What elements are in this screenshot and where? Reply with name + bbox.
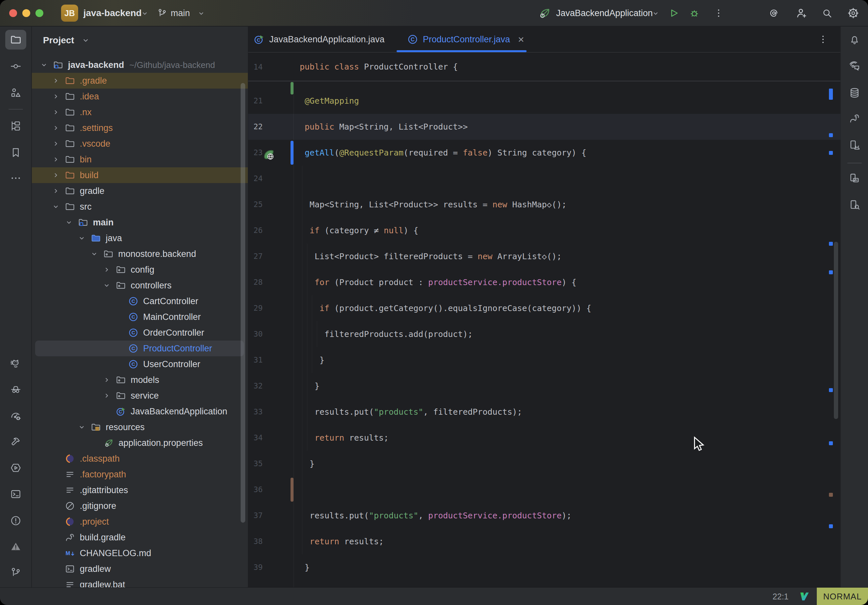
tool-stripe-git-branch-button[interactable] [5, 563, 26, 582]
tree-item--gradle[interactable]: .gradle [32, 73, 248, 88]
tool-stripe-terminal-button[interactable] [5, 484, 26, 504]
run-configuration-selector[interactable]: JavaBackendApplication [556, 0, 653, 26]
code-line-29[interactable]: 29if (product.getCategory().equalsIgnore… [248, 295, 840, 321]
code-line-26[interactable]: 26if (category ≠ null) { [248, 218, 840, 243]
tool-stripe-more-ellipsis-button[interactable] [5, 168, 26, 188]
tree-item-changelog-md[interactable]: MCHANGELOG.md [32, 545, 248, 561]
tree-item-main[interactable]: main [32, 215, 248, 230]
tree-item-java[interactable]: java [32, 230, 248, 246]
tool-stripe-incognito-button[interactable] [5, 379, 26, 399]
code-line-34[interactable]: 34return results; [248, 425, 840, 451]
tool-stripe-commit-button[interactable] [5, 56, 26, 76]
code-line-21[interactable]: 21@GetMapping [248, 88, 840, 114]
tree-item-application-properties[interactable]: application.properties [32, 435, 248, 451]
run-button[interactable] [668, 8, 680, 19]
tree-item--settings[interactable]: .settings [32, 120, 248, 136]
tree-item--nx[interactable]: .nx [32, 104, 248, 120]
chevron-right-icon[interactable] [102, 376, 111, 384]
code-line-39[interactable]: 39} [248, 554, 840, 580]
chevron-right-icon[interactable] [51, 76, 60, 85]
code-line-36[interactable]: 36 [248, 477, 840, 503]
chevron-right-icon[interactable] [102, 265, 111, 274]
window-close-button[interactable] [9, 9, 17, 17]
tree-item-gradlew[interactable]: gradlew [32, 561, 248, 577]
chevron-down-icon[interactable] [65, 218, 73, 227]
tab-javabackendapplication[interactable]: C JavaBackendApplication.java [253, 26, 384, 52]
code-line-25[interactable]: 25Map<String, List<Product>> results = n… [248, 192, 840, 218]
tool-stripe-profiler-button[interactable] [5, 406, 26, 426]
project-selector[interactable]: java-backend [84, 0, 141, 26]
tree-item-gradle[interactable]: gradle [32, 183, 248, 199]
code-line-37[interactable]: 37results.put("products", productService… [248, 503, 840, 529]
window-minimize-button[interactable] [22, 9, 30, 17]
tree-item--idea[interactable]: .idea [32, 88, 248, 104]
tool-stripe-project-folder-button[interactable] [5, 30, 26, 50]
code-with-me-icon[interactable] [795, 7, 808, 19]
tool-stripe-gradle-elephant-button[interactable] [844, 108, 865, 128]
project-avatar[interactable]: JB [61, 5, 78, 22]
tree-item--factorypath[interactable]: .factorypath [32, 467, 248, 482]
tool-stripe-services-button[interactable] [5, 458, 26, 478]
code-line-30[interactable]: 30filteredProducts.add(product); [248, 321, 840, 347]
editor-scrollbar[interactable] [834, 242, 838, 419]
tool-stripe-structure-button[interactable] [5, 83, 26, 103]
tab-productcontroller[interactable]: C ProductController.java × [407, 26, 524, 52]
tool-stripe-build-hammer-button[interactable] [5, 432, 26, 452]
tree-item-config[interactable]: config [32, 262, 248, 278]
tree-item-resources[interactable]: resources [32, 419, 248, 435]
more-actions-button[interactable] [713, 8, 724, 19]
ai-assistant-icon[interactable] [768, 8, 780, 19]
chevron-right-icon[interactable] [51, 155, 60, 164]
settings-gear-icon[interactable] [847, 7, 859, 19]
code-line-32[interactable]: 32} [248, 373, 840, 399]
code-line-27[interactable]: 27List<Product> filteredProducts = new A… [248, 243, 840, 269]
tool-stripe-device-file-search-button[interactable] [844, 195, 865, 215]
tree-item-gradlew-bat[interactable]: gradlew.bat [32, 577, 248, 587]
tool-stripe-ai-cat-button[interactable] [5, 354, 26, 373]
chevron-right-icon[interactable] [51, 171, 60, 179]
tab-options-kebab-icon[interactable] [817, 34, 829, 45]
tab-close-icon[interactable]: × [518, 34, 524, 46]
chevron-down-icon[interactable] [102, 281, 111, 290]
tree-item-controllers[interactable]: controllers [32, 278, 248, 293]
tree-item--gitignore[interactable]: .gitignore [32, 498, 248, 514]
tool-stripe-notifications-bell-button[interactable] [844, 30, 865, 50]
tree-item-javabackendapplication[interactable]: CJavaBackendApplication [32, 404, 248, 419]
debug-button[interactable] [689, 8, 700, 19]
sticky-header-line[interactable]: 14public class ProductController { [248, 53, 840, 81]
tree-item-productcontroller[interactable]: CProductController [32, 340, 248, 356]
tree-item-service[interactable]: service [32, 388, 248, 404]
tree-item-build-gradle[interactable]: build.gradle [32, 529, 248, 545]
vim-mode-badge[interactable]: NORMAL [817, 588, 868, 605]
tool-stripe-database-button[interactable] [844, 83, 865, 103]
tree-item--vscode[interactable]: .vscode [32, 136, 248, 152]
chevron-right-icon[interactable] [51, 92, 60, 101]
tree-item--project[interactable]: .project [32, 514, 248, 529]
chevron-down-icon[interactable] [40, 61, 48, 69]
code-editor[interactable]: 21@GetMapping22public Map<String, List<P… [248, 53, 840, 587]
chevron-right-icon[interactable] [51, 108, 60, 116]
chevron-down-icon[interactable] [90, 250, 99, 258]
code-line-22[interactable]: 22public Map<String, List<Product>> [248, 114, 840, 140]
tree-item--gitattributes[interactable]: .gitattributes [32, 482, 248, 498]
branch-selector[interactable]: main [171, 0, 190, 26]
caret-position-widget[interactable]: 22:1 [772, 588, 789, 605]
project-panel-title[interactable]: Project [43, 31, 74, 50]
chevron-right-icon[interactable] [102, 391, 111, 400]
window-maximize-button[interactable] [36, 9, 43, 17]
tree-item-bin[interactable]: bin [32, 152, 248, 167]
chevron-down-icon[interactable] [78, 423, 86, 432]
chevron-right-icon[interactable] [51, 124, 60, 132]
tool-stripe-modules-button[interactable] [5, 116, 26, 136]
tree-item-monostore-backend[interactable]: monostore.backend [32, 246, 248, 262]
tree-item-java-backend[interactable]: java-backend~/Github/java-backend [32, 57, 248, 73]
tree-item--classpath[interactable]: .classpath [32, 451, 248, 467]
code-line-28[interactable]: 28for (Product product : productService.… [248, 269, 840, 295]
chevron-right-icon[interactable] [51, 139, 60, 148]
tool-stripe-running-devices-button[interactable] [844, 168, 865, 188]
code-line-31[interactable]: 31} [248, 347, 840, 373]
tool-stripe-device-manager-button[interactable] [844, 135, 865, 155]
code-line-35[interactable]: 35} [248, 451, 840, 477]
chevron-down-icon[interactable] [51, 203, 60, 211]
search-everywhere-icon[interactable] [822, 8, 832, 19]
